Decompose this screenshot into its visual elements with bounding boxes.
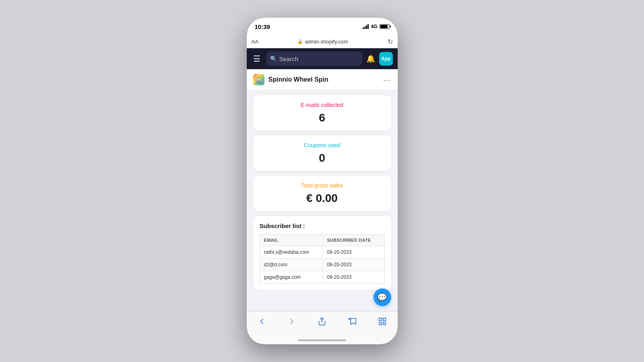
app-icon: 🎡: [253, 74, 264, 85]
table-row: d2@d.com09-20-2023: [260, 259, 384, 271]
app-title: Spinnio Wheel Spin: [268, 76, 328, 83]
coupons-used-value: 0: [260, 152, 385, 165]
subscribed-date-column-header: SUBSCRIBED DATE: [323, 234, 384, 246]
share-button[interactable]: [313, 315, 331, 327]
app-header: 🎡 Spinnio Wheel Spin ···: [247, 69, 398, 90]
email-column-header: EMAIL: [260, 234, 323, 246]
table-row: nidhi.s@vedaha.com09-20-2023: [260, 246, 384, 259]
subscriber-list-title: Subscriber list :: [260, 222, 385, 229]
lock-icon: 🔒: [297, 39, 303, 44]
more-options-button[interactable]: ···: [383, 75, 391, 84]
coupons-used-label: Coupons used: [260, 142, 385, 148]
table-row: gaga@gaga.com09-20-2023: [260, 271, 384, 284]
shopify-navbar: ☰ 🔍 Search 🔔 App: [247, 48, 398, 69]
browser-aa-label[interactable]: AA: [252, 39, 258, 45]
coupons-used-card: Coupons used 0: [253, 136, 391, 171]
subscriber-date: 09-20-2023: [323, 246, 384, 259]
subscriber-email: d2@d.com: [260, 259, 323, 271]
tabs-icon: [378, 317, 387, 326]
stats-section: E-mails collected 6 Coupons used 0 Total…: [247, 90, 398, 216]
share-icon: [318, 317, 326, 326]
back-button[interactable]: [252, 315, 271, 327]
tabs-button[interactable]: [373, 315, 392, 327]
subscriber-email: gaga@gaga.com: [260, 271, 323, 284]
search-icon: 🔍: [270, 56, 277, 62]
status-time: 10:39: [255, 23, 270, 30]
chat-icon: 💬: [377, 292, 387, 302]
svg-rect-1: [379, 318, 382, 321]
status-icons: 4G: [363, 24, 389, 29]
bookmarks-button[interactable]: [343, 315, 361, 327]
app-header-left: 🎡 Spinnio Wheel Spin: [253, 74, 328, 85]
browser-bar: AA 🔒 admin.shopify.com ↻: [247, 35, 398, 48]
total-gross-sales-value: € 0.00: [260, 192, 385, 205]
subscriber-date: 09-20-2023: [323, 271, 384, 284]
search-input[interactable]: Search: [279, 56, 299, 62]
subscriber-date: 09-20-2023: [323, 259, 384, 271]
subscriber-section: Subscriber list : EMAIL SUBSCRIBED DATE …: [253, 216, 391, 290]
emails-collected-label: E-mails collected: [260, 102, 385, 108]
svg-rect-4: [383, 322, 386, 325]
total-gross-sales-label: Total gross sales: [260, 182, 385, 189]
app-button[interactable]: App: [379, 52, 393, 66]
emails-collected-card: E-mails collected 6: [253, 95, 391, 131]
refresh-button[interactable]: ↻: [388, 38, 393, 45]
home-indicator: [298, 339, 346, 341]
forward-icon: [287, 317, 296, 326]
phone-screen: 10:39 4G AA 🔒 admin.shopify.com ↻ ☰: [247, 18, 398, 344]
emails-collected-value: 6: [260, 111, 385, 124]
bookmarks-icon: [348, 317, 357, 326]
signal-icon: [363, 24, 369, 29]
subscriber-table: EMAIL SUBSCRIBED DATE nidhi.s@vedaha.com…: [260, 234, 385, 284]
svg-rect-2: [383, 318, 386, 321]
battery-icon: [380, 24, 390, 29]
menu-button[interactable]: ☰: [252, 52, 262, 65]
forward-button[interactable]: [283, 315, 301, 327]
search-bar[interactable]: 🔍 Search: [266, 51, 362, 66]
total-gross-sales-card: Total gross sales € 0.00: [253, 176, 391, 211]
chat-fab-button[interactable]: 💬: [374, 288, 391, 306]
content-area: 🎡 Spinnio Wheel Spin ··· E-mails collect…: [247, 69, 398, 344]
app-icon-emoji: 🎡: [255, 76, 263, 84]
subscriber-email: nidhi.s@vedaha.com: [260, 246, 323, 259]
svg-rect-3: [379, 322, 382, 325]
browser-url-text: admin.shopify.com: [305, 39, 348, 45]
status-bar: 10:39 4G: [247, 18, 398, 35]
network-label: 4G: [371, 24, 377, 29]
phone-frame: 10:39 4G AA 🔒 admin.shopify.com ↻ ☰: [247, 18, 398, 344]
browser-url-bar[interactable]: 🔒 admin.shopify.com: [258, 39, 388, 45]
notification-button[interactable]: 🔔: [366, 54, 375, 63]
back-icon: [257, 317, 266, 326]
